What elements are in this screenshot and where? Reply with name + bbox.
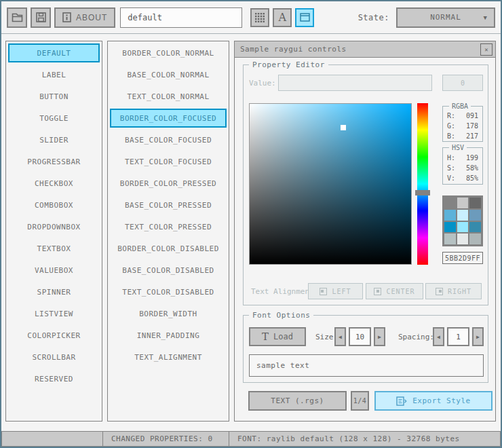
color-swatch[interactable] (457, 234, 469, 244)
list-item[interactable]: COLORPICKER (8, 326, 100, 345)
list-item[interactable]: BORDER_WIDTH (110, 304, 227, 323)
color-cursor[interactable] (341, 125, 346, 130)
font-view-button[interactable]: A (273, 8, 292, 27)
spacing-increment-button[interactable]: ▶ (472, 327, 484, 346)
arrow-right-icon: ▶ (476, 334, 480, 340)
controls-view-button[interactable] (295, 8, 314, 27)
export-style-button[interactable]: Export Style (374, 391, 493, 411)
v-label: V: (447, 174, 455, 182)
state-label: State: (358, 13, 389, 22)
open-file-button[interactable] (7, 7, 27, 28)
saturation-value-panel[interactable] (249, 103, 412, 265)
style-table-view-button[interactable] (250, 8, 269, 27)
export-format-button[interactable]: TEXT (.rgs) (248, 391, 347, 411)
list-item[interactable]: TEXT_ALIGNMENT (110, 348, 227, 367)
hue-slider-handle[interactable] (415, 190, 430, 195)
hex-value-box[interactable]: 5BB2D9FF (442, 252, 483, 264)
color-swatch[interactable] (469, 198, 481, 208)
about-button-label: ABOUT (76, 13, 107, 22)
state-dropdown[interactable]: NORMAL ▼ (396, 7, 495, 28)
b-label: B: (447, 132, 455, 140)
align-right-button[interactable]: RIGHT (425, 283, 482, 299)
size-value-box[interactable]: 10 (349, 327, 371, 346)
list-item[interactable]: COMBOBOX (8, 195, 100, 214)
list-item[interactable]: LISTVIEW (8, 304, 100, 323)
list-item[interactable]: BORDER_COLOR_DISABLED (110, 239, 227, 258)
format-pager-label: 1/4 (353, 397, 367, 405)
align-left-label: LEFT (332, 288, 351, 295)
hsv-row-v: V: 85% (443, 173, 482, 183)
color-swatch[interactable] (444, 234, 456, 244)
save-file-button[interactable] (31, 7, 51, 28)
value-zero-button[interactable]: 0 (442, 75, 483, 91)
list-item[interactable]: BORDER_COLOR_FOCUSED (110, 109, 227, 128)
color-swatch[interactable] (457, 198, 469, 208)
list-item[interactable]: DEFAULT (8, 43, 100, 62)
property-editor-group: Property Editor Value: 0 RGBA R: 091 (243, 64, 488, 305)
color-swatch[interactable] (469, 234, 481, 244)
list-item[interactable]: BASE_COLOR_FOCUSED (110, 130, 227, 149)
color-swatch[interactable] (444, 222, 456, 233)
property-editor-group-label: Property Editor (249, 60, 328, 69)
list-item[interactable]: BUTTON (8, 87, 100, 106)
load-font-button[interactable]: T Load (249, 327, 306, 346)
list-item[interactable]: TEXT_COLOR_NORMAL (110, 87, 227, 106)
list-item[interactable]: LABEL (8, 65, 100, 84)
value-input[interactable] (278, 75, 432, 91)
list-item[interactable]: BASE_COLOR_PRESSED (110, 195, 227, 214)
list-item[interactable]: TEXT_COLOR_FOCUSED (110, 152, 227, 171)
font-options-group: Font Options T Load Size: ◀ 10 ▶ Spacing… (243, 315, 488, 383)
chevron-down-icon: ▼ (484, 14, 488, 21)
list-item[interactable]: SCROLLBAR (8, 348, 100, 367)
list-item[interactable]: TEXT_COLOR_PRESSED (110, 217, 227, 236)
list-item[interactable]: TEXT_COLOR_DISABLED (110, 282, 227, 301)
size-increment-button[interactable]: ▶ (374, 327, 385, 346)
about-button[interactable]: ABOUT (54, 7, 115, 28)
list-item[interactable]: RESERVED (8, 369, 100, 388)
color-swatch[interactable] (469, 222, 481, 233)
info-icon (62, 12, 71, 22)
close-icon: ✕ (484, 46, 488, 53)
align-center-icon (374, 288, 381, 295)
spacing-value-box[interactable]: 1 (447, 327, 469, 346)
color-swatch[interactable] (444, 210, 456, 221)
align-center-button[interactable]: CENTER (366, 283, 423, 299)
sample-text-box[interactable]: sample text (249, 354, 484, 377)
hue-bar[interactable] (417, 103, 428, 265)
color-swatch[interactable] (444, 198, 456, 208)
list-item[interactable]: VALUEBOX (8, 261, 100, 280)
list-item[interactable]: TEXTBOX (8, 239, 100, 258)
list-item[interactable]: PROGRESSBAR (8, 152, 100, 171)
folder-icon (12, 12, 23, 22)
align-left-button[interactable]: LEFT (308, 283, 363, 299)
arrow-right-icon: ▶ (378, 334, 381, 340)
list-item[interactable]: SPINNER (8, 282, 100, 301)
floppy-icon (36, 12, 46, 22)
list-item[interactable]: TOGGLE (8, 109, 100, 128)
color-swatch[interactable] (457, 210, 469, 221)
list-item[interactable]: BASE_COLOR_DISABLED (110, 261, 227, 280)
list-item[interactable]: INNER_PADDING (110, 326, 227, 345)
color-swatch[interactable] (457, 222, 469, 233)
statusbar-cell-empty (2, 432, 102, 446)
list-item[interactable]: BASE_COLOR_NORMAL (110, 65, 227, 84)
r-label: R: (447, 112, 455, 119)
list-item[interactable]: SLIDER (8, 130, 100, 149)
list-item[interactable]: BORDER_COLOR_NORMAL (110, 43, 227, 62)
list-item[interactable]: BORDER_COLOR_PRESSED (110, 174, 227, 193)
list-item[interactable]: DROPDOWNBOX (8, 217, 100, 236)
color-swatch[interactable] (469, 210, 481, 221)
size-decrement-button[interactable]: ◀ (334, 327, 346, 346)
spacing-decrement-button[interactable]: ◀ (433, 327, 444, 346)
close-button[interactable]: ✕ (480, 43, 493, 56)
window-titlebar[interactable]: Sample raygui controls ✕ (235, 41, 495, 58)
window-title: Sample raygui controls (240, 45, 347, 54)
format-pager-button[interactable]: 1/4 (351, 391, 369, 411)
s-label: S: (447, 164, 455, 172)
style-name-input[interactable] (120, 7, 242, 28)
list-item[interactable]: CHECKBOX (8, 174, 100, 193)
state-dropdown-value: NORMAL (430, 13, 461, 22)
load-font-label: Load (273, 332, 293, 341)
arrow-left-icon: ◀ (339, 334, 342, 340)
export-style-label: Export Style (412, 396, 470, 405)
